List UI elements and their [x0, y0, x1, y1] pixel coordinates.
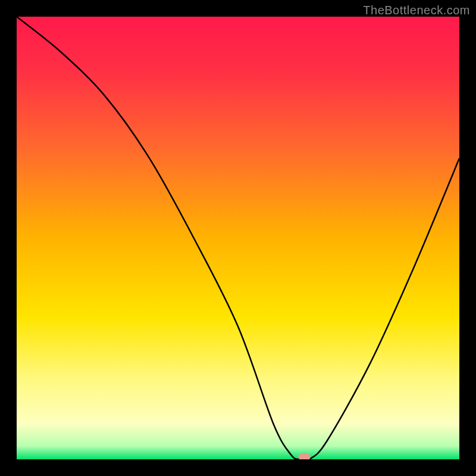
chart-background — [17, 17, 459, 459]
watermark-text: TheBottleneck.com — [363, 4, 470, 17]
bottleneck-chart — [17, 17, 459, 459]
chart-area — [17, 17, 459, 459]
